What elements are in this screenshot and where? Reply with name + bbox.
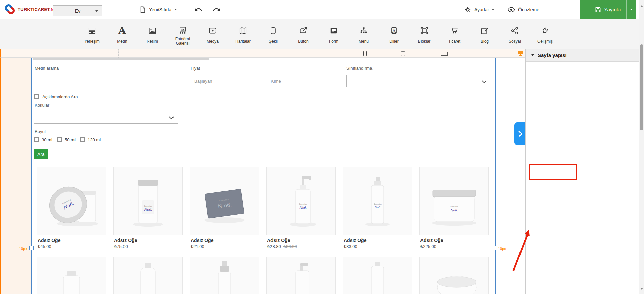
scroll-up-arrow[interactable] bbox=[640, 5, 643, 7]
product-photo: Cosmetics No6. bbox=[420, 167, 488, 235]
product-card[interactable] bbox=[343, 257, 412, 294]
tool-languages[interactable]: A Diller bbox=[379, 19, 409, 49]
preview-button[interactable]: Ön izleme bbox=[507, 0, 539, 19]
settings-button[interactable]: Ayarlar bbox=[464, 0, 494, 19]
tool-media[interactable]: Medya bbox=[198, 19, 228, 49]
editor-window: TURKTICARET.NET Ev Yeni/Sıfırla Ayarlar bbox=[0, 0, 644, 294]
product-card[interactable] bbox=[190, 257, 259, 294]
product-card[interactable] bbox=[113, 257, 183, 294]
product-card[interactable]: Cosmetics N o6. bbox=[190, 167, 259, 235]
right-margin-handle[interactable] bbox=[493, 246, 497, 250]
tool-advanced[interactable]: Gelişmiş bbox=[530, 19, 560, 49]
layout-icon bbox=[88, 23, 96, 35]
product-title: Adsız Öğe bbox=[267, 238, 290, 243]
new-reset-button[interactable]: Yeni/Sıfırla bbox=[139, 0, 177, 19]
tool-maps[interactable]: Haritalar bbox=[228, 19, 258, 49]
menu-tree-icon bbox=[359, 23, 368, 35]
product-photo bbox=[267, 257, 335, 294]
product-photo bbox=[190, 257, 259, 294]
classification-select[interactable] bbox=[346, 75, 491, 87]
map-icon bbox=[239, 23, 247, 35]
tool-blog[interactable]: Blog bbox=[469, 19, 500, 49]
undo-icon bbox=[194, 5, 203, 14]
size-120ml-checkbox[interactable] bbox=[80, 137, 85, 142]
panel-collapse-tab[interactable] bbox=[514, 122, 525, 145]
page-structure-header[interactable]: Sayfa yapısı bbox=[526, 49, 644, 62]
tool-image[interactable]: Resim bbox=[137, 19, 167, 49]
languages-icon: A bbox=[390, 23, 398, 35]
size-label: Boyut bbox=[35, 129, 46, 134]
price-from-input[interactable] bbox=[191, 75, 256, 87]
tool-layout[interactable]: Yerleşim bbox=[77, 19, 107, 49]
tool-form[interactable]: Form bbox=[318, 19, 349, 49]
tool-label: Buton bbox=[298, 36, 308, 47]
scroll-down-arrow[interactable] bbox=[640, 288, 643, 290]
left-margin-marker: 10px bbox=[19, 247, 27, 251]
desktop-breakpoint-icon[interactable] bbox=[518, 51, 523, 54]
product-card[interactable]: Cosmetics No6. bbox=[343, 167, 412, 235]
scents-select[interactable] bbox=[34, 111, 178, 124]
product-card[interactable]: Cosmetics No6. bbox=[419, 167, 489, 235]
size-30ml-checkbox[interactable] bbox=[34, 137, 39, 142]
tool-label: Ticaret bbox=[448, 36, 460, 47]
text-search-label: Metin arama bbox=[35, 66, 59, 71]
tool-label: Medya bbox=[207, 36, 219, 47]
product-card[interactable]: Cosmetics No6. bbox=[113, 167, 183, 235]
product-card[interactable] bbox=[266, 257, 336, 294]
product-card[interactable]: Cosmetics No6. bbox=[266, 167, 336, 235]
tool-menu[interactable]: Menü bbox=[349, 19, 379, 49]
product-card[interactable] bbox=[419, 257, 489, 294]
tool-text[interactable]: A Metin bbox=[107, 19, 137, 49]
section-handle[interactable] bbox=[33, 58, 209, 60]
chevron-down-icon bbox=[169, 115, 174, 119]
laptop-breakpoint-icon[interactable] bbox=[442, 52, 448, 55]
text-search-input[interactable] bbox=[34, 75, 178, 87]
product-price: ₺21.00 bbox=[191, 244, 204, 249]
tool-label: Blog bbox=[481, 36, 489, 47]
tool-commerce[interactable]: Ticaret bbox=[439, 19, 469, 49]
product-photo: Cosmetics No6. bbox=[114, 167, 182, 235]
tool-photo-gallery[interactable]: Fotoğraf Galerisi bbox=[167, 19, 198, 49]
redo-button[interactable] bbox=[212, 0, 221, 19]
tool-social[interactable]: Sosyal bbox=[500, 19, 530, 49]
svg-text:Cosmetics: Cosmetics bbox=[299, 203, 307, 205]
scents-label: Kokular bbox=[35, 103, 49, 108]
product-price: ₺75.00 bbox=[114, 244, 128, 249]
gear-icon bbox=[464, 6, 472, 13]
top-action-bar: TURKTICARET.NET Ev Yeni/Sıfırla Ayarlar bbox=[0, 0, 644, 19]
search-descriptions-checkbox[interactable] bbox=[34, 94, 39, 99]
search-button[interactable]: Ara bbox=[34, 149, 48, 159]
right-panel: Sayfa yapısı bbox=[525, 49, 644, 294]
size-50ml-label: 50 ml bbox=[65, 137, 76, 142]
left-margin-handle[interactable] bbox=[29, 246, 34, 250]
tool-label: Haritalar bbox=[235, 36, 250, 47]
size-30ml-label: 30 ml bbox=[42, 137, 52, 142]
triangle-down-icon bbox=[531, 54, 534, 56]
canvas-left-margin bbox=[0, 58, 31, 294]
tool-label: Metin bbox=[117, 36, 127, 47]
page-select[interactable]: Ev bbox=[53, 5, 102, 16]
scrollbar-thumb[interactable] bbox=[640, 44, 643, 130]
product-price: ₺225.00 bbox=[420, 244, 436, 249]
separator bbox=[133, 0, 133, 19]
new-page-icon bbox=[139, 6, 146, 13]
tool-blocks[interactable]: Bloklar bbox=[409, 19, 439, 49]
undo-button[interactable] bbox=[194, 0, 203, 19]
product-card[interactable]: Cosmetics No6. bbox=[37, 167, 106, 235]
product-photo bbox=[37, 257, 106, 294]
product-card[interactable] bbox=[37, 257, 106, 294]
tool-label: Şekil bbox=[269, 36, 278, 47]
size-50ml-checkbox[interactable] bbox=[57, 137, 62, 142]
tool-shape[interactable]: Şekil bbox=[258, 19, 288, 49]
price-to-input[interactable] bbox=[267, 75, 335, 87]
product-photo: Cosmetics No6. bbox=[343, 167, 412, 235]
tool-label: Gelişmiş bbox=[537, 36, 553, 47]
tablet-breakpoint-icon[interactable] bbox=[401, 51, 405, 56]
publish-dropdown-button[interactable] bbox=[626, 0, 636, 19]
tool-button[interactable]: Buton bbox=[288, 19, 318, 49]
plugin-icon bbox=[541, 23, 549, 35]
window-scrollbar[interactable] bbox=[639, 0, 644, 294]
price-filter-label: Fiyat bbox=[191, 66, 200, 71]
chevron-down-icon bbox=[630, 9, 633, 10]
phone-breakpoint-icon[interactable] bbox=[363, 51, 367, 56]
